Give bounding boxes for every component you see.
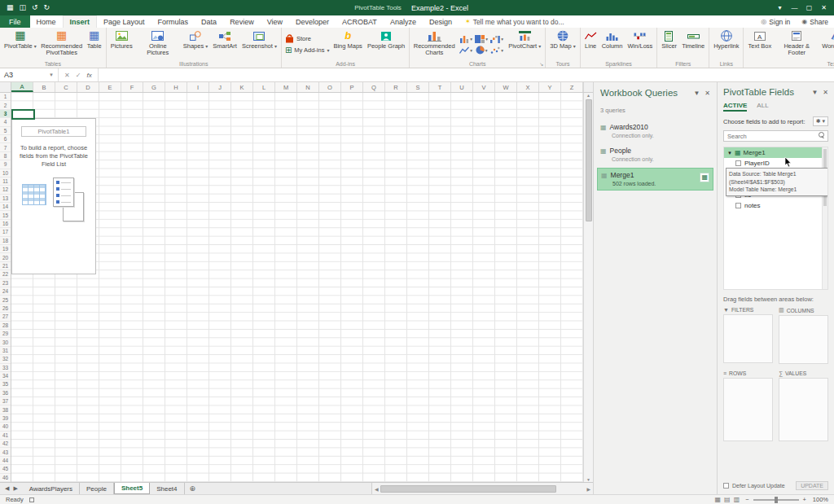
column-header-x[interactable]: X — [517, 82, 539, 92]
ribbon-button-hyperlink[interactable]: Hyperlink — [711, 28, 741, 60]
column-header-y[interactable]: Y — [539, 82, 561, 92]
cancel-entry-icon[interactable]: ✕ — [64, 72, 70, 79]
defer-layout-checkbox[interactable] — [723, 483, 729, 489]
active-cell-selection[interactable] — [11, 109, 35, 120]
page-break-view-icon[interactable]: ▥ — [734, 496, 740, 503]
column-header-t[interactable]: T — [429, 82, 451, 92]
ribbon-button-pictures[interactable]: Pictures — [108, 28, 135, 60]
row-header-44[interactable]: 44 — [0, 457, 11, 465]
ribbon-button-scatter-chart-icon[interactable]: ▾ — [489, 45, 504, 55]
ribbon-button-recommended-charts[interactable]: Recommended Charts — [411, 28, 457, 60]
hscroll-left-icon[interactable]: ◀ — [375, 486, 379, 492]
tab-file[interactable]: File — [0, 15, 30, 28]
row-header-16[interactable]: 16 — [0, 220, 11, 228]
row-header-11[interactable]: 11 — [0, 177, 11, 186]
tab-formulas[interactable]: Formulas — [151, 15, 195, 28]
fields-pane-close-icon[interactable]: ✕ — [823, 89, 828, 96]
row-header-15[interactable]: 15 — [0, 211, 11, 219]
confirm-entry-icon[interactable]: ✓ — [76, 72, 81, 79]
zoom-slider[interactable] — [753, 499, 799, 501]
pivottable-placeholder[interactable]: PivotTable1 To build a report, choose fi… — [11, 118, 96, 274]
macro-record-icon[interactable] — [29, 497, 34, 502]
query-item-awards2010[interactable]: ▦ Awards2010 Connection only. — [597, 121, 713, 142]
row-header-20[interactable]: 20 — [0, 253, 11, 261]
row-header-38[interactable]: 38 — [0, 405, 11, 414]
values-drop-zone[interactable] — [779, 378, 828, 441]
ribbon-button-bing-maps[interactable]: bBing Maps — [331, 28, 364, 60]
column-header-c[interactable]: C — [55, 82, 77, 92]
tab-view[interactable]: View — [261, 15, 289, 28]
column-header-n[interactable]: N — [297, 82, 319, 92]
sheet-tab-awardsplayers[interactable]: AwardsPlayers — [23, 483, 80, 494]
ribbon-button-store[interactable]: Store — [283, 34, 331, 43]
column-header-j[interactable]: J — [209, 82, 231, 92]
ribbon-button-online-pictures[interactable]: Online Pictures — [135, 28, 181, 60]
ribbon-button-header-footer[interactable]: Header & Footer — [774, 28, 819, 60]
column-header-h[interactable]: H — [165, 82, 187, 92]
ribbon-button-timeline[interactable]: Timeline — [679, 28, 707, 60]
sheet-nav-right-icon[interactable]: ▶ — [13, 485, 17, 492]
ribbon-button-pivottable[interactable]: ▦PivotTable ▾ — [2, 28, 39, 60]
formula-input[interactable] — [99, 68, 834, 81]
queries-pane-menu-icon[interactable]: ▼ — [693, 90, 700, 97]
row-header-40[interactable]: 40 — [0, 423, 11, 431]
select-all-corner[interactable] — [0, 82, 11, 92]
row-header-30[interactable]: 30 — [0, 338, 11, 346]
row-header-18[interactable]: 18 — [0, 237, 11, 245]
share-button[interactable]: ◉ Share — [796, 15, 834, 28]
close-icon[interactable]: ✕ — [817, 1, 831, 15]
column-header-i[interactable]: I — [187, 82, 209, 92]
row-header-35[interactable]: 35 — [0, 380, 11, 388]
fields-pane-menu-icon[interactable]: ▼ — [811, 89, 818, 96]
tab-developer[interactable]: Developer — [289, 15, 336, 28]
row-header-17[interactable]: 17 — [0, 228, 11, 236]
column-header-d[interactable]: D — [77, 82, 99, 92]
ribbon-button-wordart[interactable]: AWordArt ▾ — [819, 28, 834, 60]
zoom-in-icon[interactable]: + — [803, 496, 806, 503]
row-header-32[interactable]: 32 — [0, 355, 11, 363]
column-header-z[interactable]: Z — [561, 82, 583, 92]
row-header-7[interactable]: 7 — [0, 143, 11, 151]
minimize-icon[interactable]: — — [788, 1, 801, 15]
zoom-out-icon[interactable]: − — [745, 496, 748, 503]
ribbon-button-table[interactable]: ▦Table — [85, 28, 104, 60]
tab-page-layout[interactable]: Page Layout — [97, 15, 151, 28]
tab-home[interactable]: Home — [30, 15, 63, 28]
row-header-13[interactable]: 13 — [0, 195, 11, 203]
fields-tab-active[interactable]: ACTIVE — [723, 102, 747, 112]
ribbon-button-my-add-ins[interactable]: ⊞My Add-ins ▾ — [283, 46, 331, 55]
redo-icon[interactable]: ↻ — [44, 4, 50, 11]
row-header-9[interactable]: 9 — [0, 160, 11, 169]
scroll-up-icon[interactable]: ▲ — [586, 93, 590, 98]
row-header-2[interactable]: 2 — [0, 101, 11, 109]
name-box-dropdown-icon[interactable]: ▼ — [49, 72, 54, 77]
tab-insert[interactable]: Insert — [63, 15, 98, 28]
row-header-31[interactable]: 31 — [0, 347, 11, 355]
column-header-e[interactable]: E — [99, 82, 121, 92]
query-item-merge1[interactable]: ▦ Merge1 502 rows loaded. ▦ — [597, 168, 713, 191]
sign-in-button[interactable]: ◎ Sign in — [755, 15, 796, 28]
column-header-s[interactable]: S — [407, 82, 429, 92]
tab-acrobat[interactable]: ACROBAT — [336, 15, 384, 28]
ribbon-button-line-chart-icon[interactable]: ▾ — [459, 45, 473, 55]
field-checkbox[interactable] — [735, 160, 741, 166]
ribbon-button-text-box[interactable]: AText Box — [745, 28, 774, 60]
row-header-6[interactable]: 6 — [0, 135, 11, 143]
filters-drop-zone[interactable] — [723, 314, 773, 363]
ribbon-button-line[interactable]: Line — [582, 28, 599, 60]
row-header-42[interactable]: 42 — [0, 440, 11, 448]
row-header-26[interactable]: 26 — [0, 305, 11, 313]
name-box[interactable]: A3 ▼ — [0, 68, 59, 81]
grid-cells[interactable]: PivotTable1 To build a report, choose fi… — [11, 93, 583, 482]
row-header-43[interactable]: 43 — [0, 448, 11, 456]
row-header-33[interactable]: 33 — [0, 364, 11, 372]
row-header-27[interactable]: 27 — [0, 313, 11, 321]
tab-analyze[interactable]: Analyze — [384, 15, 423, 28]
column-header-k[interactable]: K — [231, 82, 253, 92]
row-header-45[interactable]: 45 — [0, 465, 11, 473]
column-header-f[interactable]: F — [121, 82, 143, 92]
horizontal-scrollbar[interactable]: ◀ ▶ — [371, 483, 593, 494]
column-header-b[interactable]: B — [33, 82, 55, 92]
save-icon[interactable]: ◫ — [20, 4, 27, 11]
ribbon-button-column[interactable]: Column — [599, 28, 626, 60]
